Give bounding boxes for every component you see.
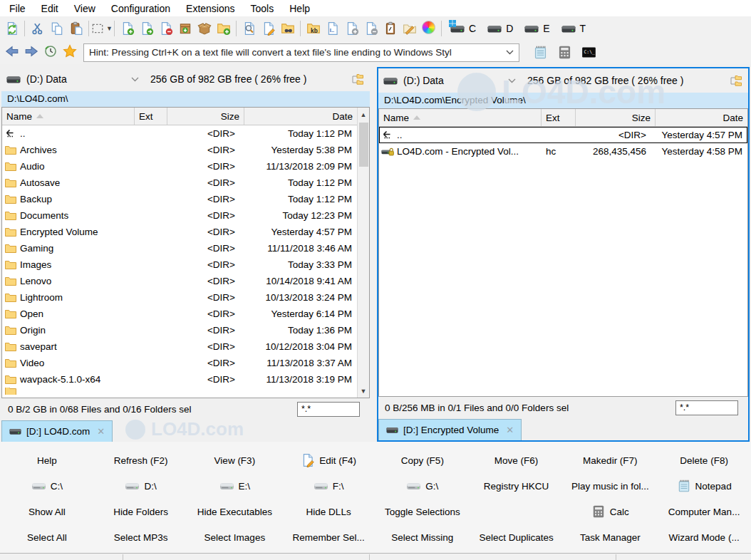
colors-button[interactable] — [419, 19, 438, 38]
grid-button-show-all[interactable]: Show All — [0, 499, 94, 524]
file-row[interactable]: Lightroom<DIR>10/13/2018 3:24 PM — [2, 289, 357, 306]
file-row[interactable]: ..<DIR>Today 1:12 PM — [2, 125, 357, 142]
filter-input[interactable] — [297, 402, 360, 417]
grid-button-toggle-selections[interactable]: Toggle Selections — [376, 499, 470, 524]
left-scrollbar[interactable]: ▲ ▼ — [357, 108, 369, 398]
grid-button-e[interactable]: E:\ — [188, 473, 282, 499]
column-header-name[interactable]: Name — [2, 108, 135, 125]
unpack-button[interactable] — [195, 19, 214, 38]
grid-button-f[interactable]: F:\ — [281, 473, 376, 499]
drive-button-c[interactable]: C — [445, 19, 482, 38]
file-row[interactable]: Audio<DIR>11/13/2018 2:09 PM — [2, 158, 357, 175]
file-row[interactable]: Archives<DIR>Yesterday 5:38 PM — [2, 142, 357, 158]
grid-button-c[interactable]: C:\ — [0, 473, 94, 499]
command-prompt-button[interactable]: C:\_ — [579, 43, 599, 63]
search-button[interactable] — [239, 19, 259, 38]
grid-button-select-missing[interactable]: Select Missing — [376, 524, 470, 550]
right-path-bar[interactable]: D:\LO4D.com\Encrypted Volume\ — [378, 93, 748, 108]
folder-tree-icon[interactable] — [727, 73, 743, 88]
grid-button-refresh-f2[interactable]: Refresh (F2) — [94, 447, 188, 473]
refresh-button[interactable] — [2, 19, 21, 38]
folder-size-button[interactable]: kb — [304, 19, 323, 38]
grid-button-select-duplicates[interactable]: Select Duplicates — [470, 524, 564, 550]
grid-button-hide-folders[interactable]: Hide Folders — [94, 499, 188, 524]
grid-button-play-music-in-fol[interactable]: Play music in fol... — [564, 473, 658, 499]
drive-button-d[interactable]: D — [482, 19, 519, 38]
close-icon[interactable]: ✕ — [97, 426, 105, 437]
grid-button-registry-hkcu[interactable]: Registry HKCU — [470, 473, 564, 499]
menu-edit[interactable]: Edit — [33, 1, 66, 16]
cut-button[interactable] — [28, 19, 47, 38]
column-header-size[interactable]: Size — [167, 108, 244, 125]
file-row[interactable]: Lenovo<DIR>10/14/2018 9:41 AM — [2, 273, 357, 289]
menu-configuration[interactable]: Configuration — [103, 1, 178, 16]
grid-button-task-manager[interactable]: Task Manager — [564, 524, 658, 550]
wizard-button[interactable] — [400, 19, 419, 38]
grid-button-view-f3[interactable]: View (F3) — [188, 447, 282, 473]
calculator-button[interactable] — [555, 43, 574, 63]
file-row[interactable]: ..<DIR>Yesterday 4:57 PM — [379, 127, 747, 143]
grid-button-select-all[interactable]: Select All — [0, 524, 94, 550]
drive-button-t[interactable]: T — [556, 19, 592, 38]
file-row[interactable]: Video<DIR>11/13/2018 3:37 AM — [2, 355, 357, 371]
file-row[interactable]: Origin<DIR>Today 1:36 PM — [2, 322, 357, 338]
clipboard-button[interactable] — [380, 19, 400, 38]
history-button[interactable] — [41, 43, 60, 63]
scroll-down-icon[interactable]: ▼ — [358, 384, 370, 398]
grid-button-hide-executables[interactable]: Hide Executables — [188, 499, 282, 524]
tab-encrypted-volume[interactable]: [D:] Encrypted Volume ✕ — [378, 419, 522, 440]
left-path-bar[interactable]: D:\LO4D.com\ — [1, 91, 370, 107]
column-header-date[interactable]: Date — [244, 108, 357, 125]
grid-button-move-f6[interactable]: Move (F6) — [470, 447, 564, 473]
chevron-down-icon[interactable]: ▼ — [106, 25, 113, 32]
column-header-ext[interactable]: Ext — [542, 109, 576, 126]
column-header-name[interactable]: Name — [379, 109, 542, 126]
left-drive-selector[interactable]: (D:) Data — [6, 73, 147, 85]
folder-tree-icon[interactable] — [349, 72, 365, 86]
grid-button-wizard-mode[interactable]: Wizard Mode (... — [657, 524, 751, 550]
menu-view[interactable]: View — [66, 1, 103, 16]
grid-button-makedir-f7[interactable]: Makedir (F7) — [564, 447, 658, 473]
menu-help[interactable]: Help — [281, 1, 318, 16]
file-row[interactable]: Backup<DIR>Today 1:12 PM — [2, 191, 357, 207]
drive-button-e[interactable]: E — [519, 19, 555, 38]
grid-button-computer-man[interactable]: Computer Man... — [657, 499, 751, 524]
right-drive-selector[interactable]: (D:) Data — [383, 75, 524, 86]
new-folder-button[interactable] — [214, 19, 233, 38]
column-header-ext[interactable]: Ext — [135, 108, 167, 125]
new-file-button[interactable] — [118, 19, 137, 38]
grid-button-select-images[interactable]: Select Images — [188, 524, 282, 550]
file-row[interactable]: LO4D.com - Encrypted Vol...hc268,435,456… — [379, 143, 747, 160]
column-header-size[interactable]: Size — [576, 109, 656, 126]
grid-button-hide-dlls[interactable]: Hide DLLs — [281, 499, 376, 524]
close-icon[interactable]: ✕ — [506, 425, 514, 435]
file-plus-button[interactable] — [342, 19, 361, 38]
grid-button-copy-f5[interactable]: Copy (F5) — [376, 447, 470, 473]
menu-extensions[interactable]: Extensions — [178, 1, 242, 16]
menu-tools[interactable]: Tools — [243, 1, 282, 16]
file-row[interactable]: Images<DIR>Today 3:33 PM — [2, 256, 357, 273]
hint-combobox[interactable]: Hint: Pressing Ctrl+K on a text file wil… — [83, 43, 519, 62]
tab-lo4d[interactable]: [D:] LO4D.com ✕ — [1, 420, 113, 442]
rename-button[interactable]: I.. — [323, 19, 342, 38]
file-row[interactable]: wavpack-5.1.0-x64<DIR>11/13/2018 3:19 PM — [2, 371, 357, 388]
favorites-button[interactable] — [60, 43, 79, 63]
grid-button-select-mp3s[interactable]: Select MP3s — [94, 524, 188, 550]
scrollbar-thumb[interactable] — [359, 123, 368, 167]
grid-button-notepad[interactable]: Notepad — [657, 473, 751, 499]
file-minus-button[interactable] — [361, 19, 380, 38]
file-row[interactable]: Autosave<DIR>Today 1:12 PM — [2, 175, 357, 191]
file-row[interactable]: Encrypted Volume<DIR>Yesterday 4:57 PM — [2, 224, 357, 240]
grid-button-remember-sel[interactable]: Remember Sel... — [281, 524, 376, 550]
copy-to-button[interactable] — [137, 19, 156, 38]
grid-button-d[interactable]: D:\ — [94, 473, 188, 499]
pack-button[interactable] — [175, 19, 195, 38]
column-header-date[interactable]: Date — [656, 109, 747, 126]
select-mode-button[interactable]: ▼ — [92, 19, 111, 38]
copy-button[interactable] — [47, 19, 66, 38]
file-row[interactable]: Documents<DIR>Today 12:23 PM — [2, 207, 357, 224]
file-row[interactable]: Open<DIR>Yesterday 6:14 PM — [2, 306, 357, 322]
forward-button[interactable] — [21, 43, 41, 63]
delete-file-button[interactable] — [156, 19, 175, 38]
filter-input[interactable] — [675, 400, 738, 415]
